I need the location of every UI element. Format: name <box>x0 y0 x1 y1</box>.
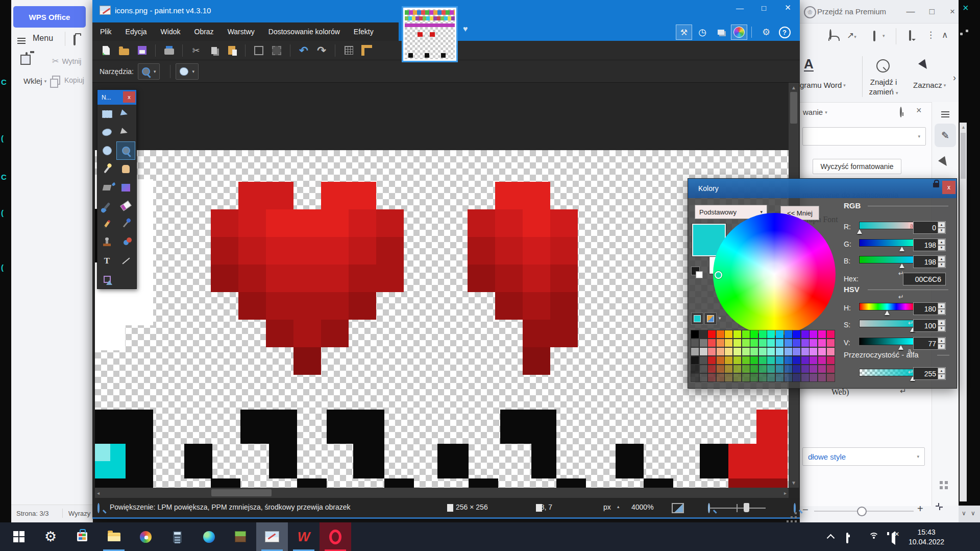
ribbon-expand-icon[interactable]: › <box>953 73 956 83</box>
tool-magic-wand[interactable] <box>97 160 116 178</box>
palette-swatch[interactable] <box>691 348 699 355</box>
palette-swatch[interactable] <box>818 374 826 381</box>
taskbar-app-settings[interactable]: ⚙ <box>35 522 66 551</box>
palette-swatch[interactable] <box>827 330 835 338</box>
palette-swatch[interactable] <box>717 339 724 347</box>
menu-item[interactable]: Obraz <box>194 28 214 36</box>
palette-swatch[interactable] <box>818 330 826 338</box>
image-list-heart-icon[interactable]: ♥ <box>463 25 468 34</box>
h-slider[interactable] <box>859 303 915 310</box>
tool-text[interactable]: T <box>97 252 116 270</box>
tool-move-selection[interactable] <box>116 123 135 141</box>
palette-swatch[interactable] <box>691 374 699 381</box>
scroll-down-icon[interactable]: ∨ <box>962 510 966 517</box>
palette-swatch[interactable] <box>810 374 817 381</box>
taskbar-app-minecraft[interactable] <box>225 522 256 551</box>
palette-swatch[interactable] <box>717 348 724 355</box>
palette-swatch[interactable] <box>733 348 741 355</box>
paste-button[interactable] <box>26 53 28 62</box>
palette-swatch[interactable] <box>708 348 716 355</box>
b-slider[interactable] <box>859 256 915 263</box>
maximize-button[interactable]: □ <box>752 0 776 15</box>
sidebar-menu-icon[interactable] <box>941 111 949 112</box>
menu-item[interactable]: Warstwy <box>228 28 255 36</box>
v-spinner[interactable]: ▲▼ <box>938 338 945 349</box>
palette-swatch[interactable] <box>742 339 750 347</box>
grid-toggle-button[interactable] <box>342 44 355 57</box>
palette-swatch[interactable] <box>827 348 835 355</box>
tool-ellipse-select[interactable] <box>97 141 116 160</box>
minimize-button[interactable]: — <box>728 0 752 15</box>
tool-gradient[interactable] <box>116 178 135 197</box>
palette-swatch[interactable] <box>717 356 724 364</box>
add-color-button[interactable] <box>691 313 703 325</box>
palette-swatch[interactable] <box>801 365 809 373</box>
palette-swatch[interactable] <box>785 356 792 364</box>
palette-swatch[interactable] <box>776 356 783 364</box>
palette-swatch[interactable] <box>810 356 817 364</box>
h-value-field[interactable]: 180 ▲▼ <box>913 302 946 315</box>
open-folder-icon[interactable] <box>74 35 76 45</box>
r-spinner[interactable]: ▲▼ <box>938 222 945 233</box>
history-window-toggle[interactable]: ◷ <box>694 25 710 40</box>
g-spinner[interactable]: ▲▼ <box>938 239 945 251</box>
copy-button[interactable]: Kopiuj <box>52 76 84 85</box>
scroll-down-icon[interactable]: ∨ <box>971 510 975 517</box>
palette-swatch[interactable] <box>759 330 767 338</box>
g-slider[interactable] <box>859 239 915 247</box>
scroll-up-icon[interactable]: ▲ <box>791 85 796 90</box>
resize-grip[interactable] <box>795 512 797 514</box>
palette-swatch[interactable] <box>750 374 758 381</box>
alpha-slider[interactable]: ↵ <box>859 369 915 376</box>
taskbar-app-file-explorer[interactable] <box>98 522 130 551</box>
palette-swatch[interactable] <box>818 348 826 355</box>
battery-icon[interactable] <box>846 533 848 543</box>
palette-swatch[interactable] <box>742 348 750 355</box>
palette-swatch[interactable] <box>767 348 775 355</box>
taskbar-app-paint[interactable] <box>130 522 161 551</box>
palette-swatch[interactable] <box>759 374 767 381</box>
tool-shapes[interactable] <box>97 270 116 289</box>
palette-swatch[interactable] <box>700 339 707 347</box>
color-wheel-marker[interactable] <box>715 271 722 279</box>
tool-rectangle-select[interactable] <box>97 105 116 123</box>
tool-eraser[interactable] <box>116 197 135 215</box>
palette-swatch[interactable] <box>827 356 835 364</box>
palette-swatch[interactable] <box>725 330 732 338</box>
palette-swatch[interactable] <box>785 339 792 347</box>
redo-button[interactable]: ↷ <box>315 44 328 57</box>
s-value-field[interactable]: 100 ▲▼ <box>913 319 946 332</box>
new-note-icon[interactable] <box>873 31 875 41</box>
b-slider-thumb[interactable] <box>899 261 904 268</box>
palette-swatch[interactable] <box>801 339 809 347</box>
palette-swatch[interactable] <box>717 374 724 381</box>
active-tool-dropdown[interactable]: ▾ <box>138 63 160 80</box>
share-icon[interactable]: ↗▾ <box>847 30 856 41</box>
open-file-button[interactable] <box>117 44 131 57</box>
palette-swatch[interactable] <box>776 330 783 338</box>
zoom-slider-thumb[interactable] <box>744 503 749 512</box>
share-user-icon[interactable] <box>829 29 831 40</box>
palette-swatch[interactable] <box>767 339 775 347</box>
tool-zoom[interactable] <box>116 141 135 160</box>
palette-swatch[interactable] <box>785 330 792 338</box>
palette-swatch[interactable] <box>776 365 783 373</box>
taskbar-app-calculator[interactable] <box>161 522 193 551</box>
scrollbar-thumb[interactable] <box>790 92 797 124</box>
tool-move-pixels[interactable] <box>116 105 135 123</box>
palette-swatch[interactable] <box>810 365 817 373</box>
palette-swatch[interactable] <box>818 365 826 373</box>
tool-recolor[interactable] <box>116 233 135 252</box>
crop-button[interactable] <box>252 44 265 57</box>
palette-swatch[interactable] <box>733 374 741 381</box>
ruler-toggle-button[interactable] <box>360 44 373 57</box>
palette-swatch[interactable] <box>785 365 792 373</box>
palette-swatch[interactable] <box>742 330 750 338</box>
palette-swatch[interactable] <box>810 330 817 338</box>
cut-button[interactable]: ✂ <box>189 44 203 57</box>
palette-swatch[interactable] <box>776 374 783 381</box>
palette-swatch[interactable] <box>700 356 707 364</box>
taskbar-app-store[interactable] <box>66 522 98 551</box>
palette-swatch[interactable] <box>793 348 800 355</box>
palette-swatch[interactable] <box>750 339 758 347</box>
